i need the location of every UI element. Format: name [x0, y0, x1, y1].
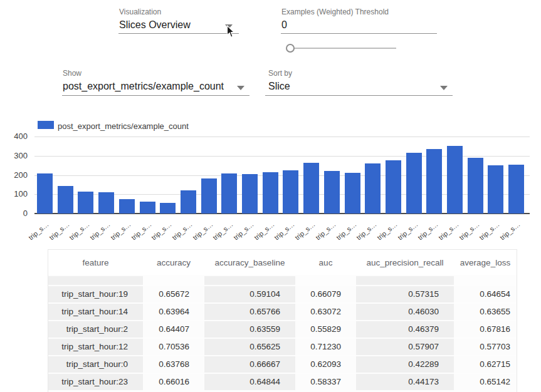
bar[interactable] — [201, 178, 217, 214]
bar[interactable] — [98, 192, 114, 214]
table-cell: 0.64407 — [143, 321, 204, 338]
y-axis-tick-label: 300 — [1, 151, 28, 160]
table-cell: trip_start_hour:0 — [48, 356, 143, 373]
filter-cell — [48, 276, 143, 285]
table-cell: 0.58337 — [295, 374, 356, 390]
table-cell: 0.46030 — [356, 304, 454, 320]
legend-swatch — [38, 121, 54, 129]
mouse-cursor-icon — [226, 25, 235, 41]
bar[interactable] — [283, 170, 298, 214]
table-cell: trip_start_hour:23 — [48, 374, 143, 390]
bar[interactable] — [242, 174, 258, 214]
threshold-underline — [281, 33, 437, 34]
bar[interactable] — [119, 199, 135, 214]
table-cell: 0.57907 — [356, 339, 454, 355]
column-header[interactable]: auc — [295, 250, 356, 275]
table-cell: 0.62715 — [454, 356, 517, 373]
slices-overview-page: Visualization Slices Overview Examples (… — [0, 0, 541, 392]
sortby-value[interactable]: Slice — [268, 81, 290, 92]
table-cell: 0.66667 — [204, 356, 295, 373]
y-axis-tick-label: 0 — [1, 209, 28, 218]
column-header[interactable]: accuracy — [143, 250, 204, 275]
table-cell: 0.63964 — [143, 304, 204, 320]
bar[interactable] — [78, 192, 93, 214]
table-cell: 0.46379 — [356, 321, 454, 338]
show-underline — [62, 95, 249, 96]
table-cell: 0.57315 — [356, 286, 454, 302]
bar[interactable] — [221, 173, 237, 214]
filter-cell — [356, 276, 454, 285]
table-cell: 0.63655 — [454, 304, 517, 320]
filter-cell — [143, 276, 204, 285]
table-cell: 0.64654 — [454, 286, 517, 302]
table-cell: 0.55829 — [295, 321, 356, 338]
bar[interactable] — [488, 165, 503, 214]
bar[interactable] — [58, 186, 73, 214]
y-axis-tick-label: 400 — [1, 132, 28, 141]
table-cell: 0.65625 — [204, 339, 295, 355]
bar[interactable] — [386, 160, 401, 214]
column-header[interactable]: average_loss — [454, 250, 517, 275]
column-header[interactable]: feature — [48, 250, 143, 275]
table-cell: 0.66079 — [295, 286, 356, 302]
table-cell: 0.65766 — [204, 304, 295, 320]
table-cell: 0.62093 — [295, 356, 356, 373]
y-axis-tick-label: 100 — [1, 189, 28, 199]
slider-thumb-icon[interactable] — [286, 44, 295, 53]
chevron-down-icon[interactable] — [440, 86, 448, 90]
sortby-underline — [265, 95, 453, 96]
examples-threshold-input[interactable]: 0 — [281, 19, 287, 31]
filter-cell — [454, 276, 517, 285]
table-cell: 0.70536 — [143, 339, 204, 355]
table-cell: 0.42289 — [356, 356, 454, 373]
bar[interactable] — [426, 149, 442, 214]
table-cell: 0.59104 — [204, 286, 295, 302]
bar[interactable] — [447, 146, 463, 214]
bar[interactable] — [303, 163, 319, 214]
table-cell: 0.71230 — [295, 339, 356, 355]
table-cell: 0.63072 — [295, 304, 356, 320]
table-cell: 0.63559 — [204, 321, 295, 338]
table-cell: trip_start_hour:19 — [48, 286, 143, 302]
table-cell: trip_start_hour:2 — [48, 321, 143, 338]
visualization-value[interactable]: Slices Overview — [119, 19, 191, 31]
filter-cell — [204, 276, 295, 285]
bar[interactable] — [406, 153, 422, 214]
table-cell: 0.64844 — [204, 374, 295, 390]
threshold-label: Examples (Weighted) Threshold — [281, 8, 389, 16]
chevron-down-icon[interactable] — [237, 86, 244, 90]
bar[interactable] — [508, 165, 524, 214]
bar[interactable] — [181, 190, 196, 214]
table-cell: 0.65672 — [143, 286, 204, 302]
bar[interactable] — [324, 171, 340, 214]
column-header[interactable]: accuracy_baseline — [204, 250, 295, 275]
metrics-table: featureaccuracyaccuracy_baselineaucauc_p… — [48, 249, 517, 392]
table-cell: 0.63768 — [143, 356, 204, 373]
table-cell: trip_start_hour:12 — [48, 339, 143, 355]
gridline — [34, 137, 530, 137]
bar[interactable] — [263, 172, 278, 214]
show-value[interactable]: post_export_metrics/example_count — [63, 81, 224, 92]
table-cell: 0.67816 — [454, 321, 517, 338]
show-label: Show — [63, 69, 81, 78]
threshold-slider[interactable] — [288, 48, 396, 49]
legend-label: post_export_metrics/example_count — [58, 121, 189, 131]
filter-cell — [295, 276, 356, 285]
visualization-label: Visualization — [119, 8, 161, 16]
table-cell: 0.66016 — [143, 374, 204, 390]
table-cell: 0.65142 — [454, 374, 517, 390]
visualization-underline — [118, 33, 239, 34]
bar[interactable] — [140, 202, 155, 214]
y-axis-tick-label: 200 — [1, 170, 28, 180]
table-cell: trip_start_hour:14 — [48, 304, 143, 320]
table-cell: 0.44173 — [356, 374, 454, 390]
bar[interactable] — [345, 173, 360, 214]
bar[interactable] — [468, 158, 483, 214]
table-cell: 0.57703 — [454, 339, 517, 355]
bar[interactable] — [365, 163, 381, 214]
sortby-label: Sort by — [268, 69, 292, 78]
bar[interactable] — [37, 173, 53, 214]
bar[interactable] — [160, 203, 176, 214]
column-header[interactable]: auc_precision_recall — [356, 250, 454, 275]
